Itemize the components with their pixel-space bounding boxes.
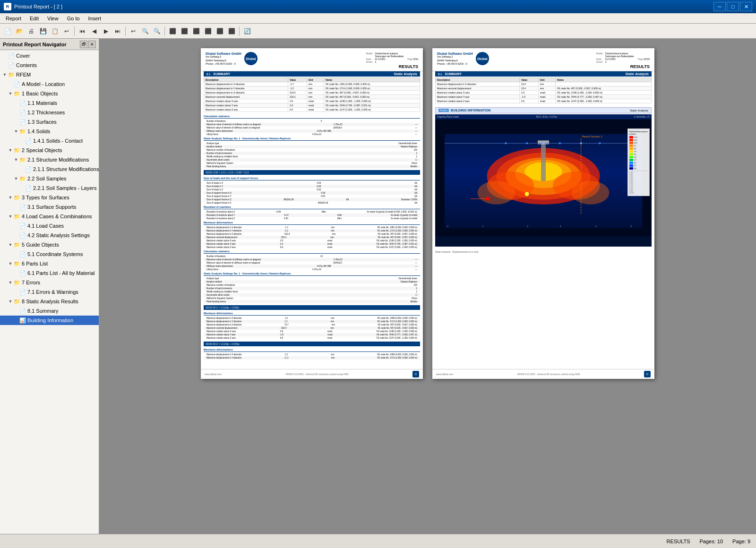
toolbar-undo[interactable]: ↩ [61,26,72,37]
tree-item-static-analysis-settings[interactable]: 📄 4.2 Static Analysis Settings [0,231,99,240]
tree-icon-mat: 📄 [19,99,26,107]
summary-title-right: SUMMARY [445,72,462,76]
react-row-z: Resultant of reactions about Z0.00kNmAt … [204,217,420,220]
tree-label-err: 7 Errors [22,280,40,285]
tree-item-surface-supports[interactable]: 📄 3.1 Surface Supports [0,202,99,212]
nav-close-button[interactable]: ✕ [88,41,96,48]
tree-item-coord[interactable]: 📄 5.1 Coordinate Systems [0,249,99,259]
md4-row-x: Maximum displacement in X-direction1.2mm… [204,353,420,356]
tree-item-model-location[interactable]: 📄 A Model - Location [0,79,99,89]
svg-point-17 [486,197,490,201]
title-bar-controls[interactable]: ─ □ ✕ [713,2,752,11]
tree-item-errors[interactable]: ▼ 📁 7 Errors [0,278,99,287]
toolbar-preview[interactable]: 📋 [49,26,60,37]
toolbar-save[interactable]: 💾 [37,26,49,37]
calc-row-stiffness-max: Maximum value of element of stiffness ma… [204,123,420,126]
tree-item-basic-objects[interactable]: ▼ 📁 1 Basic Objects [0,89,99,98]
tree-item-contents[interactable]: 📄 Contents [0,60,99,70]
nav-float-button[interactable]: 🗗 [80,41,87,48]
s2-row-5: Modify loading by multiplier factor1 [204,290,420,293]
tree-item-solids-contact[interactable]: 📄 1.4.1 Solids - Contact [0,136,99,146]
tree-item-errors-warnings[interactable]: 📄 7.1 Errors & Warnings [0,287,99,297]
toolbar-btn-2[interactable]: ⬛ [179,26,190,37]
tree-toggle-cover [2,53,8,59]
close-button[interactable]: ✕ [740,2,752,11]
minimize-button[interactable]: ─ [713,2,726,11]
md4-row-y: Maximum displacement in Y-direction+1.1m… [204,356,420,360]
toolbar-btn-5[interactable]: ⬛ [214,26,225,37]
toolbar-btn-1[interactable]: ⬛ [167,26,178,37]
tree-item-materials[interactable]: 📄 1.1 Materials [0,98,99,108]
menu-goto[interactable]: Go to [63,15,84,22]
toolbar-prev[interactable]: ◀ [88,26,100,37]
tree-item-rfem[interactable]: ▼ 📁 RFEM [0,70,99,79]
tree-toggle-lc: ▼ [8,214,13,219]
tree-item-building-info[interactable]: 📊 Building Information [0,316,99,325]
navigator-header: Printout Report Navigator 🗗 ✕ [0,39,99,50]
comb-header: SIGN CO8 = LC1 + LC2 + 0.90 * LC3 [204,170,420,175]
menu-bar: Report Edit View Go to Insert [0,13,756,24]
toolbar-next[interactable]: ▶ [100,26,112,37]
tree-item-soil[interactable]: ▼ 📁 2.2 Soil Samples [0,174,99,183]
tree-item-struct-mods[interactable]: ▼ 📁 2.1 Structure Modifications [0,155,99,164]
tree-toggle-bi [13,317,19,323]
toolbar-print[interactable]: 🖨 [26,26,37,37]
content-area: Dlubal Software GmbH Am Zellweg 2 93464 … [99,39,756,534]
comb2-header: SIGN RC1 = LC(Alp + CO8)s [204,305,420,310]
tree-item-soil-layers[interactable]: 📄 2.2.1 Soil Samples - Layers [0,183,99,193]
toolbar-btn-3[interactable]: ⬛ [190,26,202,37]
toolbar-new[interactable]: 📄 [2,26,13,37]
toolbar-back[interactable]: ↩ [128,26,139,37]
tree-icon-go: 📁 [13,241,21,248]
viz-top-bar: Clipping Plane mode RC2: JC4y + CO7/p in… [435,114,652,119]
tree-item-summary[interactable]: 📄 8.1 Summary [0,306,99,316]
md3-row-x: Maximum displacement in X-direction1.2mm… [204,317,420,320]
sheet-right: 1 [605,60,634,63]
legend-item-7: 6.1 [629,153,648,155]
s2-row-2: Iterative methodNewton-Raphson [204,280,420,283]
svg-point-24 [505,142,507,144]
summary-table-left: Description Value Unit Notes Maximum dis… [204,77,420,112]
toolbar-first[interactable]: ⏮ [77,26,88,37]
tree-item-parts-list[interactable]: ▼ 📁 6 Parts List [0,259,99,268]
results-title-left: RESULTS [364,64,418,69]
react-row-y: Resultant of reactions about Y-0.27kNmAt… [204,214,420,217]
support-forces-subsection: Sum of loads and the sum of support forc… [204,177,420,180]
tree-item-parts-material[interactable]: 📄 6.1 Parts List - All by Material [0,268,99,278]
maximize-button[interactable]: □ [727,2,739,11]
menu-edit[interactable]: Edit [26,15,43,22]
tree-item-load-cases-detail[interactable]: 📄 4.1 Load Cases [0,221,99,231]
tree-toggle-pm [13,270,19,276]
tree-toggle-sas [13,232,19,238]
tree-item-cover[interactable]: 📄 Cover [0,51,99,60]
tree-item-thicknesses[interactable]: 📄 1.2 Thicknesses [0,108,99,117]
tree-item-static-results[interactable]: ▼ 📁 8 Static Analysis Results [0,297,99,306]
tree-item-surfaces[interactable]: 📄 1.3 Surfaces [0,117,99,127]
force-row-x: Sum of loads in X0.00kN [204,181,420,185]
tree-item-load-cases[interactable]: ▼ 📁 4 Load Cases & Combinations [0,212,99,221]
toolbar-open[interactable]: 📂 [14,26,25,37]
tree-toggle-model [8,81,13,87]
toolbar-btn-4[interactable]: ⬛ [202,26,214,37]
tree-item-solids[interactable]: ▼ 📁 1.4 Solids [0,127,99,136]
tree-item-guide-objects[interactable]: ▼ 📁 5 Guide Objects [0,240,99,249]
binfo-section-header: Graphic BUILDING INFORMATION Static Anal… [435,107,652,113]
nav-header-buttons[interactable]: 🗗 ✕ [80,41,96,48]
menu-view[interactable]: View [43,15,62,22]
tree-item-struct-mods-detail[interactable]: 📄 2.1.1 Structure Modifications... [0,164,99,174]
md3-row-vec: Maximum vectorial displacement319.4mmFE … [204,326,420,330]
menu-report[interactable]: Report [2,15,25,22]
toolbar-refresh[interactable]: 🔄 [241,26,253,37]
tree-item-special[interactable]: ▼ 📁 2 Special Objects [0,146,99,155]
toolbar-zoom-in[interactable]: 🔍 [151,26,163,37]
tree-label-coord: 5.1 Coordinate Systems [27,251,83,257]
page-left-header: Dlubal Software GmbH Am Zellweg 2 93464 … [201,48,423,71]
toolbar-btn-6[interactable]: ⬛ [226,26,237,37]
toolbar-zoom-out[interactable]: 🔍 [139,26,151,37]
toolbar-last[interactable]: ⏭ [112,26,123,37]
menu-insert[interactable]: Insert [85,15,105,22]
tree-item-types-surf[interactable]: ▼ 📁 3 Types for Surfaces [0,193,99,202]
binfo-graphic-badge: Graphic [438,109,449,112]
app-icon: R [4,3,11,10]
tree-icon-rfem: 📁 [8,71,15,78]
